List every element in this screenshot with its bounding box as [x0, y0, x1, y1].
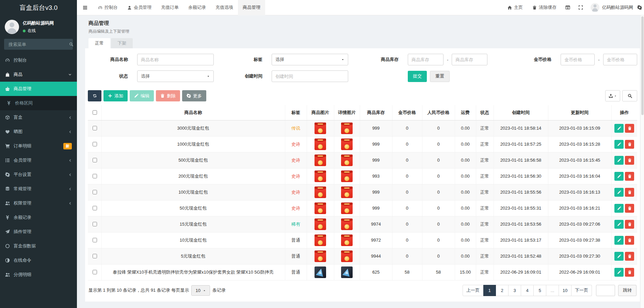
delete-button[interactable]: 删除	[156, 90, 180, 101]
row-delete-button[interactable]	[625, 188, 634, 197]
row-checkbox[interactable]	[93, 254, 97, 258]
sidebar-item-goods-manage[interactable]: 商品管理	[0, 82, 77, 96]
next-page-button[interactable]: 下一页	[571, 285, 592, 296]
row-edit-button[interactable]	[614, 268, 624, 277]
page-button-5[interactable]: 5	[534, 285, 546, 296]
page-button-2[interactable]: 2	[496, 285, 509, 296]
tag-select[interactable]: 选择	[272, 54, 348, 65]
table-row[interactable]: 200元现金红包史诗993000.00正常2023-01-01 18:56:30…	[88, 168, 637, 184]
stock-max-input[interactable]	[452, 54, 487, 65]
table-row[interactable]: 3000元现金红包传说999000.00正常2023-01-01 18:58:1…	[88, 120, 637, 136]
sidebar-item-photos[interactable]: 晒图	[0, 125, 77, 139]
table-row[interactable]: 50元现金红包史诗999000.00正常2023-01-01 18:55:312…	[88, 200, 637, 216]
status-select[interactable]: 选择	[137, 70, 214, 82]
sidebar-item-goods[interactable]: 商品	[0, 67, 77, 82]
more-button[interactable]: 更多	[182, 90, 206, 101]
topnav-item-recharge-orders[interactable]: 充值订单	[156, 0, 183, 15]
tab-offline[interactable]: 下架	[111, 38, 133, 48]
sidebar-item-fake-data[interactable]: 盲盒假数据	[0, 239, 77, 253]
row-delete-button[interactable]	[625, 236, 634, 245]
edit-button[interactable]: 编辑	[130, 90, 154, 101]
gold-min-input[interactable]	[561, 54, 595, 65]
stock-min-input[interactable]	[408, 54, 444, 65]
fullscreen-button[interactable]	[574, 0, 587, 15]
sidebar-item-dashboard[interactable]: 控制台	[0, 53, 77, 67]
row-edit-button[interactable]	[614, 172, 624, 181]
table-row[interactable]: 5元现金红包普通9944000.00正常2023-01-01 18:52:482…	[88, 248, 637, 264]
jump-page-input[interactable]	[596, 285, 615, 296]
topnav-item-dashboard[interactable]: 控制台	[93, 0, 123, 15]
user-menu[interactable]: 亿码酷站源码网	[587, 0, 637, 15]
row-checkbox[interactable]	[93, 174, 97, 178]
row-checkbox[interactable]	[93, 222, 97, 226]
page-button-4[interactable]: 4	[521, 285, 534, 296]
page-size-select[interactable]: 10	[191, 285, 210, 296]
row-edit-button[interactable]	[614, 124, 624, 133]
tab-normal[interactable]: 正常	[88, 38, 110, 48]
reset-button[interactable]: 重置	[430, 71, 450, 82]
refresh-button[interactable]	[88, 90, 101, 101]
row-delete-button[interactable]	[625, 252, 634, 261]
row-checkbox[interactable]	[93, 190, 97, 194]
sidebar-item-general-manage[interactable]: 常规管理	[0, 182, 77, 196]
sidebar-item-price-range[interactable]: 价格区间	[0, 96, 77, 110]
sidebar-item-blindbox[interactable]: 盲盒	[0, 110, 77, 125]
row-delete-button[interactable]	[625, 220, 634, 229]
page-button-3[interactable]: 3	[509, 285, 521, 296]
row-checkbox[interactable]	[93, 126, 97, 130]
row-checkbox[interactable]	[93, 206, 97, 210]
search-icon[interactable]	[69, 42, 73, 46]
add-button[interactable]: 添加	[103, 90, 128, 101]
table-search-button[interactable]	[622, 90, 637, 101]
row-checkbox[interactable]	[93, 142, 97, 146]
table-row[interactable]: 泰拉锋 荣耀X10手机壳透明防摔软壳华为荣耀x10保护套男女款 荣耀X10 5G…	[88, 264, 637, 280]
row-edit-button[interactable]	[614, 188, 624, 197]
row-delete-button[interactable]	[625, 268, 634, 277]
topnav-item-recharge-options[interactable]: 充值选项	[211, 0, 238, 15]
row-edit-button[interactable]	[614, 236, 624, 245]
table-row[interactable]: 100元现金红包史诗999000.00正常2023-01-01 18:55:56…	[88, 184, 637, 200]
browser-button[interactable]	[561, 0, 574, 15]
topnav-item-balance-records[interactable]: 余额记录	[183, 0, 211, 15]
row-edit-button[interactable]	[614, 140, 624, 149]
export-button[interactable]	[605, 90, 620, 101]
row-edit-button[interactable]	[614, 156, 624, 165]
row-checkbox[interactable]	[93, 238, 97, 242]
sidebar-toggle-button[interactable]	[77, 0, 93, 15]
row-delete-button[interactable]	[625, 156, 634, 165]
sidebar-item-balance-records[interactable]: 余额记录	[0, 210, 77, 225]
row-delete-button[interactable]	[625, 204, 634, 213]
submit-button[interactable]: 提交	[408, 71, 427, 82]
sidebar-item-members[interactable]: 会员管理	[0, 153, 77, 167]
sidebar-search-input[interactable]	[8, 42, 69, 47]
gold-max-input[interactable]	[603, 54, 637, 65]
row-edit-button[interactable]	[614, 252, 624, 261]
sidebar-item-plugins[interactable]: 插件管理	[0, 225, 77, 239]
scrollbar-thumb[interactable]	[641, 16, 644, 115]
brand-title[interactable]: 盲盒后台v3.0	[0, 0, 77, 15]
settings-button[interactable]	[637, 0, 644, 15]
sidebar-item-platform-settings[interactable]: 平台设置	[0, 167, 77, 182]
sidebar-item-order-detail[interactable]: 订单明细新	[0, 139, 77, 153]
row-delete-button[interactable]	[625, 124, 634, 133]
sidebar-item-online-command[interactable]: 在线命令	[0, 253, 77, 268]
home-link[interactable]: 主页	[503, 0, 528, 15]
table-row[interactable]: 500元现金红包史诗999000.00正常2023-01-01 18:56:58…	[88, 152, 637, 168]
row-delete-button[interactable]	[625, 172, 634, 181]
row-checkbox[interactable]	[93, 158, 97, 162]
table-row[interactable]: 15元现金红包稀有9974000.00正常2023-01-01 18:53:56…	[88, 216, 637, 232]
sidebar-item-permissions[interactable]: 权限管理	[0, 196, 77, 210]
jump-button[interactable]: 跳转	[618, 285, 637, 296]
row-edit-button[interactable]	[614, 220, 624, 229]
product-name-input[interactable]	[137, 54, 214, 65]
topnav-item-member-manage[interactable]: 会员管理	[123, 0, 156, 15]
create-time-input[interactable]	[272, 70, 348, 82]
page-button-10[interactable]: 10	[559, 285, 571, 296]
select-all-checkbox[interactable]	[93, 110, 97, 115]
row-edit-button[interactable]	[614, 204, 624, 213]
row-checkbox[interactable]	[93, 270, 97, 274]
clear-cache-link[interactable]: 清除缓存	[528, 0, 561, 15]
table-row[interactable]: 1000元现金红包史诗999000.00正常2023-01-01 18:57:2…	[88, 136, 637, 152]
page-button-1[interactable]: 1	[483, 285, 496, 296]
row-delete-button[interactable]	[625, 140, 634, 149]
